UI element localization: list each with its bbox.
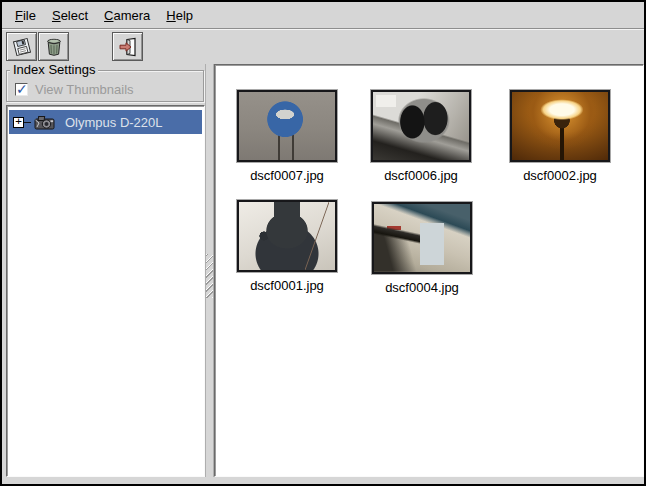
- thumbnail-panel: dscf0007.jpg dscf0006.jpg dscf0002.jpg d…: [214, 64, 644, 477]
- exit-button[interactable]: [112, 32, 143, 61]
- frame-title: Index Settings: [10, 63, 98, 77]
- view-thumbnails-option[interactable]: ✓ View Thumbnails: [15, 82, 134, 97]
- photo-cell: dscf0004.jpg: [372, 202, 472, 295]
- thumbnail-dscf0004[interactable]: [372, 202, 472, 274]
- trash-icon: [43, 36, 65, 58]
- view-thumbnails-label: View Thumbnails: [35, 82, 134, 97]
- thumbnail-filename: dscf0006.jpg: [353, 168, 489, 183]
- tree-item-olympus[interactable]: + Olympus D-220L: [9, 110, 202, 134]
- tree-connector: [24, 122, 31, 123]
- menu-select[interactable]: Select: [44, 4, 96, 27]
- thumbnail-filename: dscf0007.jpg: [219, 168, 355, 183]
- exit-door-icon: [117, 36, 139, 58]
- menu-bar: File Select Camera Help: [2, 2, 644, 28]
- thumbnail-dscf0006[interactable]: [371, 90, 471, 162]
- splitter-grip-icon[interactable]: [206, 254, 213, 298]
- menu-file[interactable]: File: [7, 4, 44, 27]
- delete-button[interactable]: [38, 32, 69, 61]
- expander-plus-icon[interactable]: +: [13, 117, 24, 128]
- check-icon: ✓: [16, 83, 28, 96]
- pane-splitter[interactable]: [205, 64, 214, 477]
- toolbar: [6, 32, 144, 61]
- thumbnail-filename: dscf0004.jpg: [354, 280, 490, 295]
- tree-item-label: Olympus D-220L: [65, 115, 163, 130]
- thumbnail-filename: dscf0001.jpg: [219, 278, 355, 293]
- save-button[interactable]: [6, 32, 37, 61]
- index-settings-frame: Index Settings ✓ View Thumbnails: [6, 70, 204, 102]
- thumbnail-dscf0002[interactable]: [510, 90, 610, 162]
- camera-tree[interactable]: + Olympus D-220L: [6, 105, 205, 477]
- photo-cell: dscf0001.jpg: [237, 200, 337, 293]
- thumbnail-dscf0007[interactable]: [237, 90, 337, 162]
- photo-cell: dscf0006.jpg: [371, 90, 471, 183]
- photo-cell: dscf0007.jpg: [237, 90, 337, 183]
- thumbnail-dscf0001[interactable]: [237, 200, 337, 272]
- floppy-disk-icon: [11, 36, 33, 58]
- menu-help[interactable]: Help: [158, 4, 201, 27]
- app-window: File Select Camera Help: [0, 0, 646, 486]
- camera-icon: [33, 114, 57, 131]
- view-thumbnails-checkbox[interactable]: ✓: [15, 83, 28, 96]
- photo-cell: dscf0002.jpg: [510, 90, 610, 183]
- thumbnail-filename: dscf0002.jpg: [492, 168, 628, 183]
- menu-camera[interactable]: Camera: [96, 4, 158, 27]
